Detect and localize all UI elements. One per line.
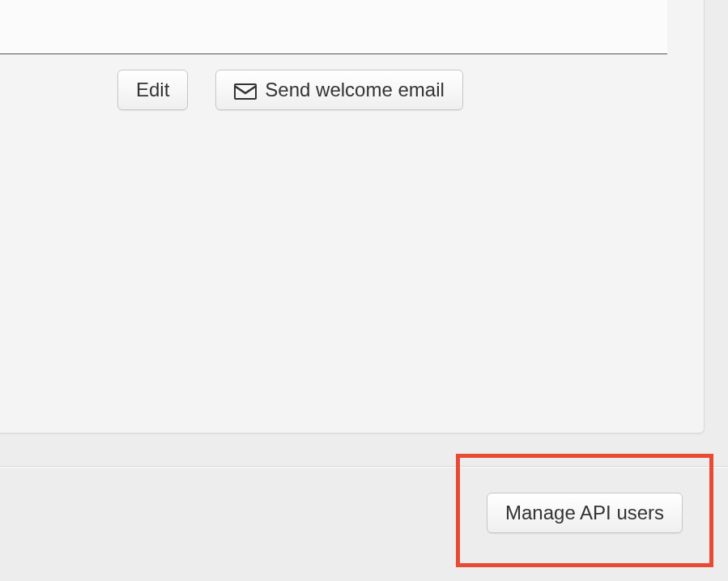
send-welcome-email-button[interactable]: Send welcome email <box>215 70 462 110</box>
edit-button[interactable]: Edit <box>117 70 188 110</box>
send-welcome-email-label: Send welcome email <box>265 79 444 101</box>
envelope-icon <box>234 82 257 98</box>
action-button-row: Edit Send welcome email <box>117 70 463 110</box>
manage-api-users-button[interactable]: Manage API users <box>487 493 683 533</box>
manage-api-users-label: Manage API users <box>505 502 664 524</box>
panel-header-region <box>0 0 667 54</box>
edit-button-label: Edit <box>136 79 169 101</box>
content-panel: Edit Send welcome email <box>0 0 705 434</box>
